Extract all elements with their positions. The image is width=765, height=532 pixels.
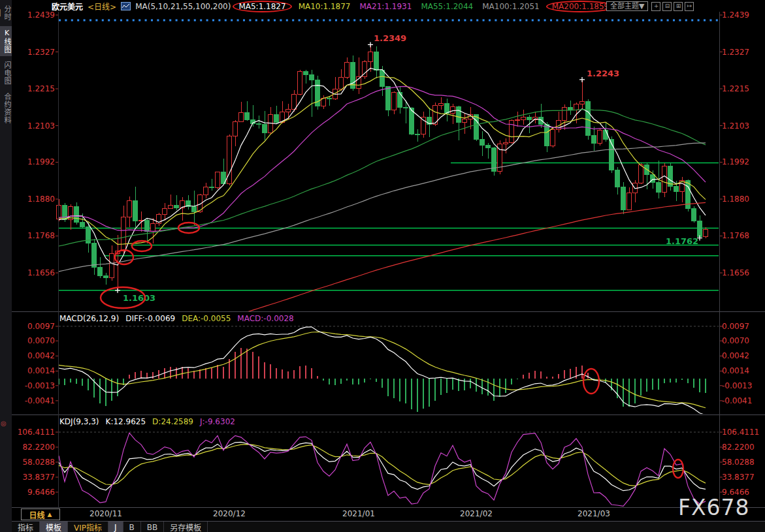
kdj-axis-label: 58.0288 <box>13 458 55 466</box>
ma-value-label: MA55:1.2044 <box>421 2 473 11</box>
kdj-title: KDJ(9,3,3) <box>59 417 99 426</box>
toolbar-button[interactable]: 另存模板 <box>164 522 208 532</box>
ma-group-label: MA(5,10,21,55,100,200) <box>135 2 231 11</box>
kdj-k-value: K:12.9625 <box>106 417 146 426</box>
price-axis-label: 1.2103 <box>722 122 764 130</box>
price-axis-label: 1.2327 <box>13 48 55 56</box>
toolbar-button[interactable]: B <box>123 522 141 532</box>
sidebar-tab-4[interactable]: 合约资料 <box>0 89 12 127</box>
toolbar-button[interactable]: 指标 <box>12 522 40 532</box>
macd-axis-label: 0.0070 <box>722 337 764 345</box>
kdj-d-value: D:24.2589 <box>152 417 193 426</box>
compress-axis-icon[interactable]: ⊟ <box>662 2 672 11</box>
macd-axis-label: 0.0097 <box>722 322 764 330</box>
kdj-header: KDJ(9,3,3)K:12.9625D:24.2589J:-9.6302 <box>59 417 242 426</box>
period-tag: <日线> <box>88 1 116 12</box>
price-axis-label: 1.1880 <box>13 195 55 203</box>
price-axis-label: 1.2439 <box>13 11 55 19</box>
price-annotation: 1.2349 <box>374 33 406 43</box>
price-axis-label: 1.1768 <box>13 232 55 240</box>
period-selector[interactable]: 日线 ▲ <box>21 509 60 520</box>
ma-value-label: MA10:1.1877 <box>299 2 351 11</box>
period-label: 日线 <box>29 509 45 520</box>
macd-diff-value: DIFF:-0.0069 <box>125 314 175 323</box>
kdj-axis-label: 33.8377 <box>13 473 55 481</box>
price-axis-label: 1.2215 <box>13 85 55 93</box>
chart-canvas[interactable]: 1.16031.23491.22431.1762 <box>0 0 765 532</box>
macd-title: MACD(26,12,9) <box>59 314 119 323</box>
macd-axis-label: 0.0014 <box>722 367 764 375</box>
kdj-axis-label: 58.0288 <box>722 458 764 466</box>
target-icon[interactable]: ◎ <box>1 420 7 427</box>
price-axis-label: 1.1656 <box>722 269 764 277</box>
date-axis-label: 2021/02 <box>453 509 499 518</box>
price-annotation: 1.2243 <box>587 69 619 78</box>
kline-icon <box>121 2 131 10</box>
macd-axis-label: 0.0070 <box>13 337 55 345</box>
macd-axis-label: -0.0041 <box>722 397 764 405</box>
kdj-axis-label: 9.6466 <box>13 488 55 496</box>
price-annotation: 1.1762 <box>666 236 698 246</box>
macd-axis-label: 0.0042 <box>13 352 55 360</box>
sidebar-tab-3[interactable]: 闪电图 <box>0 59 12 87</box>
macd-header: MACD(26,12,9)DIFF:-0.0069DEA:-0.0055MACD… <box>59 314 301 323</box>
ma-values: MA5:1.1827MA10:1.1877MA21:1.1931MA55:1.2… <box>235 2 612 11</box>
toolbar-button[interactable]: J <box>108 522 123 532</box>
symbol-name: 欧元美元 <box>52 1 83 12</box>
sidebar-tab-1[interactable]: 分时图 <box>0 2 12 24</box>
price-annotation: 1.1603 <box>123 293 155 303</box>
kdj-axis-label: 106.4111 <box>13 428 55 436</box>
macd-axis-label: 0.0097 <box>13 322 55 330</box>
kdj-j-value: J:-9.6302 <box>200 417 235 426</box>
macd-macd-value: MACD:-0.0028 <box>237 314 293 323</box>
price-axis-label: 1.2215 <box>722 85 764 93</box>
toolbar-button[interactable]: VIP指标 <box>68 522 108 532</box>
price-axis-label: 1.1992 <box>13 158 55 166</box>
date-axis-label: 2021/03 <box>571 509 617 518</box>
price-axis-label: 1.1992 <box>722 158 764 166</box>
kdj-axis-label: 82.2200 <box>722 443 764 451</box>
kdj-axis-label: 33.8377 <box>722 473 764 481</box>
triangle-up-icon: ▲ <box>48 511 52 518</box>
macd-axis-label: 0.0014 <box>13 367 55 375</box>
ma-value-label: MA21:1.1931 <box>360 2 412 11</box>
macd-dea-value: DEA:-0.0055 <box>182 314 231 323</box>
date-axis-label: 2021/01 <box>336 509 382 518</box>
price-axis-label: 1.2103 <box>13 122 55 130</box>
price-axis-label: 1.1656 <box>13 269 55 277</box>
watermark: FX678 <box>678 495 750 520</box>
kdj-axis-label: 9.6466 <box>722 488 764 496</box>
price-axis-label: 1.2439 <box>722 11 764 19</box>
macd-axis-label: -0.0013 <box>13 382 55 390</box>
date-axis-label: 2020/11 <box>83 509 129 518</box>
bottom-toolbar: 指标模板VIP指标JBBB另存模板 <box>12 521 765 532</box>
sidebar-tab-2[interactable]: K线图 <box>0 26 12 56</box>
ma-value-label: MA5:1.1827 <box>233 1 291 12</box>
expand-axis-icon[interactable]: ⊞ <box>674 2 683 11</box>
ma-value-label: MA100:1.2051 <box>482 2 540 11</box>
macd-axis-label: 0.0042 <box>722 352 764 360</box>
kdj-axis-label: 106.4111 <box>722 428 764 436</box>
detach-window-icon[interactable]: ↦ <box>685 2 694 11</box>
ma-value-label: MA200:1.1859 <box>546 1 615 12</box>
chart-type-sidebar: 分时图K线图闪电图合约资料 <box>0 0 12 532</box>
price-axis-label: 1.1880 <box>722 195 764 203</box>
topbar-controls: 全部主题▼ +⊟⊞↦ <box>606 1 694 11</box>
price-axis-label: 1.1768 <box>722 232 764 240</box>
top-indicator-bar: 欧元美元 <日线> MA(5,10,21,55,100,200) MA5:1.1… <box>52 1 612 12</box>
date-axis-label: 2020/12 <box>206 509 252 518</box>
window-icons: +⊟⊞↦ <box>651 2 694 11</box>
macd-axis-label: -0.0041 <box>13 397 55 405</box>
toolbar-button[interactable]: BB <box>141 522 164 532</box>
price-axis-label: 1.2327 <box>722 48 764 56</box>
kdj-axis-label: 82.2200 <box>13 443 55 451</box>
theme-select-button[interactable]: 全部主题▼ <box>606 1 648 11</box>
macd-axis-label: -0.0013 <box>722 382 764 390</box>
crosshair-icon[interactable]: + <box>651 2 660 11</box>
toolbar-button[interactable]: 模板 <box>40 522 68 532</box>
